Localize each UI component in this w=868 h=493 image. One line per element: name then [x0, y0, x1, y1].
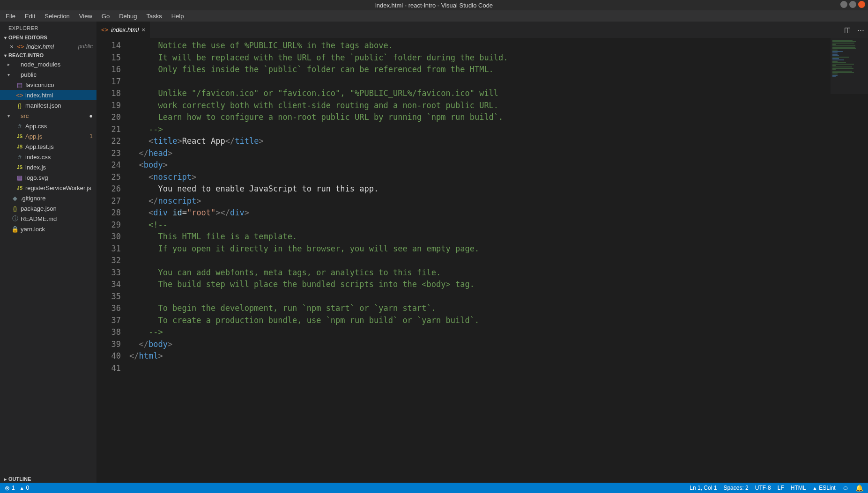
menu-edit[interactable]: Edit: [20, 12, 40, 21]
window-maximize-button[interactable]: [849, 1, 856, 8]
tree-folder[interactable]: ▸node_modules: [0, 59, 96, 69]
window-close-button[interactable]: [858, 1, 865, 8]
close-tab-icon[interactable]: ×: [141, 26, 145, 33]
modified-indicator-icon: ●: [89, 112, 93, 119]
status-eol[interactable]: LF: [778, 485, 784, 491]
tree-file[interactable]: {}manifest.json: [0, 100, 96, 110]
error-count: 1: [12, 485, 15, 491]
project-section-header[interactable]: REACT-INTRO: [0, 52, 96, 59]
tree-item-label: favicon.ico: [25, 81, 93, 88]
tree-file[interactable]: JSApp.test.js: [0, 141, 96, 152]
tree-item-label: package.json: [21, 205, 93, 212]
chevron-right-icon: [3, 477, 7, 482]
tree-item-label: registerServiceWorker.js: [25, 184, 93, 191]
tree-file[interactable]: ◆.gitignore: [0, 193, 96, 203]
split-editor-icon[interactable]: ◫: [844, 26, 851, 34]
tree-file[interactable]: #App.css: [0, 121, 96, 131]
code-content[interactable]: Notice the use of %PUBLIC_URL% in the ta…: [129, 38, 868, 483]
menu-tasks[interactable]: Tasks: [141, 12, 166, 21]
tree-item-label: App.css: [25, 123, 93, 130]
menu-selection[interactable]: Selection: [40, 12, 74, 21]
tree-item-label: index.html: [25, 92, 93, 99]
tree-item-label: App.test.js: [25, 143, 93, 150]
code-editor[interactable]: 1415161718192021222324252627282930313233…: [96, 38, 868, 483]
notifications-icon[interactable]: 🔔: [855, 484, 863, 492]
file-icon: {}: [16, 102, 23, 109]
file-icon: ⓘ: [11, 214, 19, 223]
tree-file[interactable]: JSindex.js: [0, 162, 96, 172]
chevron-down-icon: [3, 53, 7, 58]
tree-folder[interactable]: ▾src●: [0, 110, 96, 121]
tree-item-label: .gitignore: [21, 195, 93, 202]
problems-badge: 1: [89, 133, 93, 140]
tree-item-label: manifest.json: [25, 102, 93, 109]
menu-file[interactable]: File: [4, 12, 20, 21]
tree-file[interactable]: #index.css: [0, 152, 96, 162]
outline-section-header[interactable]: OUTLINE: [0, 475, 96, 483]
tree-file[interactable]: ▤logo.svg: [0, 172, 96, 183]
open-editor-label: index.html: [26, 43, 76, 50]
file-icon: #: [16, 123, 23, 130]
warning-icon: [20, 485, 24, 491]
window-title: index.html - react-intro - Visual Studio…: [375, 2, 493, 9]
file-icon: JS: [16, 134, 23, 139]
window-minimize-button[interactable]: [840, 1, 847, 8]
status-eslint[interactable]: ESLint: [812, 485, 835, 491]
warning-icon: [812, 485, 817, 491]
tree-file[interactable]: <>index.html: [0, 90, 96, 100]
tree-file[interactable]: JSregisterServiceWorker.js: [0, 183, 96, 193]
feedback-icon[interactable]: ☺: [842, 484, 849, 492]
tree-item-label: App.js: [25, 133, 89, 140]
menubar: FileEditSelectionViewGoDebugTasksHelp: [0, 10, 868, 22]
tree-item-label: public: [21, 71, 93, 78]
tree-file[interactable]: JSApp.js1: [0, 131, 96, 141]
titlebar: index.html - react-intro - Visual Studio…: [0, 0, 868, 10]
status-indentation[interactable]: Spaces: 2: [723, 485, 748, 491]
tree-folder[interactable]: ▾public: [0, 69, 96, 80]
tree-file[interactable]: {}package.json: [0, 203, 96, 213]
menu-go[interactable]: Go: [97, 12, 114, 21]
chevron-down-icon: ▾: [6, 72, 11, 77]
status-errors[interactable]: 1 0: [5, 485, 29, 492]
tab-index-html[interactable]: <> index.html ×: [96, 22, 150, 38]
tree-item-label: logo.svg: [25, 174, 93, 181]
explorer-sidebar: EXPLORER OPEN EDITORS ×<>index.htmlpubli…: [0, 22, 96, 483]
file-icon: ◆: [11, 195, 19, 202]
html-file-icon: <>: [101, 26, 108, 33]
chevron-down-icon: ▾: [6, 113, 11, 118]
tree-item-label: node_modules: [21, 61, 93, 68]
tree-file[interactable]: ⓘREADME.md: [0, 213, 96, 224]
menu-help[interactable]: Help: [167, 12, 189, 21]
explorer-title: EXPLORER: [0, 22, 96, 34]
status-language[interactable]: HTML: [791, 485, 806, 491]
menu-view[interactable]: View: [74, 12, 97, 21]
tree-file[interactable]: 🔒yarn.lock: [0, 224, 96, 234]
line-number-gutter: 1415161718192021222324252627282930313233…: [96, 38, 129, 483]
tree-file[interactable]: ▤favicon.ico: [0, 80, 96, 90]
error-icon: [5, 485, 10, 492]
project-name: REACT-INTRO: [8, 52, 44, 58]
close-editor-icon[interactable]: ×: [8, 43, 15, 50]
statusbar: 1 0 Ln 1, Col 1 Spaces: 2 UTF-8 LF HTML …: [0, 483, 868, 493]
open-editor-item[interactable]: ×<>index.htmlpublic: [0, 41, 96, 52]
tab-label: index.html: [111, 26, 139, 33]
file-icon: <>: [16, 92, 23, 99]
status-encoding[interactable]: UTF-8: [755, 485, 771, 491]
status-cursor-position[interactable]: Ln 1, Col 1: [690, 485, 717, 491]
file-icon: <>: [17, 43, 24, 50]
open-editor-path: public: [78, 43, 93, 50]
tab-actions: ◫ ⋯: [844, 22, 868, 38]
editor-area: <> index.html × ◫ ⋯ 14151617181920212223…: [96, 22, 868, 483]
file-icon: ▤: [16, 174, 23, 181]
minimap[interactable]: [831, 38, 868, 94]
tree-item-label: index.js: [25, 164, 93, 171]
outline-label: OUTLINE: [8, 476, 31, 482]
open-editors-section-header[interactable]: OPEN EDITORS: [0, 34, 96, 41]
tree-item-label: yarn.lock: [21, 226, 93, 233]
chevron-right-icon: ▸: [6, 62, 11, 67]
window-controls: [840, 1, 865, 8]
file-icon: JS: [16, 165, 23, 170]
menu-debug[interactable]: Debug: [114, 12, 141, 21]
more-actions-icon[interactable]: ⋯: [857, 26, 864, 34]
open-editors-label: OPEN EDITORS: [8, 35, 47, 40]
